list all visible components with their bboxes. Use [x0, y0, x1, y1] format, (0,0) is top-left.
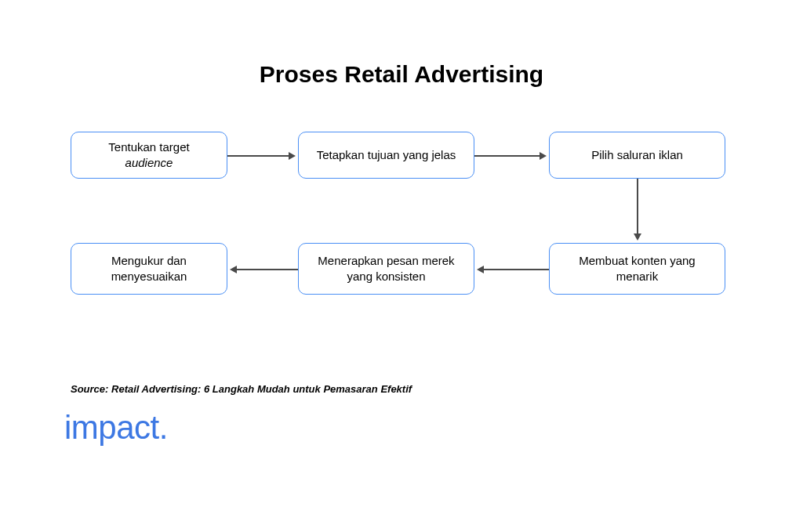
- arrow-head-1-to-2: [289, 152, 296, 160]
- step-4-text-line2: menarik: [616, 270, 658, 283]
- step-2-text: Tetapkan tujuan yang jelas: [317, 147, 456, 163]
- arrow-2-to-3: [474, 155, 540, 157]
- arrow-head-3-to-4: [634, 233, 641, 241]
- step-3-text: Pilih saluran iklan: [591, 147, 683, 163]
- step-box-5: Menerapkan pesan merek yang konsisten: [298, 243, 474, 295]
- step-box-1: Tentukan target audience: [71, 132, 227, 179]
- arrow-3-to-4: [637, 179, 638, 233]
- step-5-text-line2: yang konsisten: [347, 270, 425, 283]
- impact-logo: impact.: [64, 409, 168, 447]
- step-box-2: Tetapkan tujuan yang jelas: [298, 132, 474, 179]
- step-1-text-line2: audience: [125, 156, 173, 169]
- step-6-text-line2: menyesuaikan: [111, 270, 187, 283]
- arrow-5-to-6: [237, 269, 298, 270]
- step-box-4: Membuat konten yang menarik: [549, 243, 725, 295]
- arrow-1-to-2: [227, 155, 289, 157]
- flow-diagram: Tentukan target audience Tetapkan tujuan…: [0, 125, 803, 329]
- step-1-text-line1: Tentukan target: [108, 140, 189, 154]
- step-4-text-line1: Membuat konten yang: [579, 254, 695, 267]
- step-box-6: Mengukur dan menyesuaikan: [71, 243, 227, 295]
- arrow-head-2-to-3: [540, 152, 547, 160]
- step-5-text-line1: Menerapkan pesan merek: [318, 254, 454, 267]
- arrow-head-5-to-6: [230, 266, 237, 273]
- step-box-3: Pilih saluran iklan: [549, 132, 725, 179]
- arrow-head-4-to-5: [477, 266, 484, 273]
- diagram-title: Proses Retail Advertising: [0, 61, 803, 88]
- source-text: Source: Retail Advertising: 6 Langkah Mu…: [71, 383, 412, 395]
- step-6-text-line1: Mengukur dan: [111, 254, 187, 267]
- arrow-4-to-5: [484, 269, 549, 270]
